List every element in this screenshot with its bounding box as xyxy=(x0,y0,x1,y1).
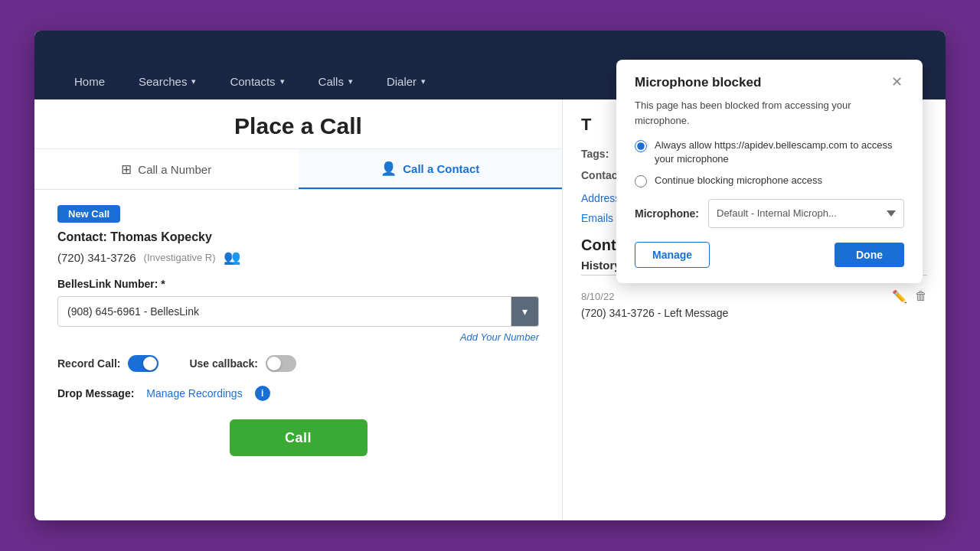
nav-item-calls[interactable]: Calls ▾ xyxy=(302,63,370,99)
info-icon[interactable]: i xyxy=(255,386,270,401)
belleslink-input[interactable] xyxy=(57,296,511,327)
tab-call-contact[interactable]: 👤 Call a Contact xyxy=(299,149,563,189)
emails-label: Emails xyxy=(581,212,613,224)
radio-option-allow: Always allow https://apidev.bellescamp.c… xyxy=(635,139,904,166)
record-call-toggle-item: Record Call: xyxy=(57,355,158,372)
add-number-link[interactable]: Add Your Number xyxy=(57,331,539,343)
history-date-row: 8/10/22 ✏️ 🗑 xyxy=(581,289,927,304)
record-call-toggle[interactable] xyxy=(128,355,158,372)
nav-home-label: Home xyxy=(74,75,105,88)
searches-chevron-icon: ▾ xyxy=(191,77,196,86)
nav-searches-label: Searches xyxy=(139,75,187,88)
tab-call-number-label: Call a Number xyxy=(138,163,211,176)
phone-row: (720) 341-3726 (Investigative R) 👥 xyxy=(57,249,539,266)
left-panel: Place a Call ⊞ Call a Number 👤 Call a Co… xyxy=(34,99,563,520)
new-call-badge: New Call xyxy=(57,205,120,223)
contact-name: Contact: Thomas Kopecky xyxy=(57,230,539,244)
mic-select[interactable]: Default - Internal Microph... xyxy=(708,199,904,228)
history-date: 8/10/22 xyxy=(581,291,614,302)
contact-name-value: Thomas Kopecky xyxy=(110,230,211,243)
mic-popup: Microphone blocked ✕ This page has been … xyxy=(616,60,923,283)
close-button[interactable]: ✕ xyxy=(890,75,904,89)
record-call-label: Record Call: xyxy=(57,357,120,370)
mic-select-label: Microphone: xyxy=(635,207,699,220)
drop-message-row: Drop Message: Manage Recordings i xyxy=(57,386,539,401)
keypad-icon: ⊞ xyxy=(121,161,132,178)
phone-tag: (Investigative R) xyxy=(144,252,216,263)
tab-call-number[interactable]: ⊞ Call a Number xyxy=(34,149,299,189)
tabs-row: ⊞ Call a Number 👤 Call a Contact xyxy=(34,149,562,190)
dialer-chevron-icon: ▾ xyxy=(421,77,426,86)
nav-contacts-label: Contacts xyxy=(230,75,275,88)
toggle-row: Record Call: Use callback: xyxy=(57,355,539,372)
select-row: ▾ xyxy=(57,296,539,327)
manage-button[interactable]: Manage xyxy=(635,242,710,268)
done-button[interactable]: Done xyxy=(835,243,904,267)
history-text: (720) 341-3726 - Left Message xyxy=(581,307,927,319)
radio-option-block: Continue blocking microphone access xyxy=(635,174,904,187)
calls-chevron-icon: ▾ xyxy=(348,77,353,86)
belleslink-dropdown-btn[interactable]: ▾ xyxy=(511,296,539,327)
mic-select-row: Microphone: Default - Internal Microph..… xyxy=(635,199,904,228)
use-callback-label: Use callback: xyxy=(189,357,258,370)
radio-allow-label: Always allow https://apidev.bellescamp.c… xyxy=(655,139,904,166)
nav-calls-label: Calls xyxy=(318,75,344,88)
delete-icon[interactable]: 🗑 xyxy=(915,289,927,304)
radio-block[interactable] xyxy=(635,175,647,187)
use-callback-knob xyxy=(267,357,281,370)
edit-icon[interactable]: ✏️ xyxy=(892,289,907,304)
contact-icon: 👤 xyxy=(381,161,397,177)
record-call-knob xyxy=(143,357,157,370)
radio-allow[interactable] xyxy=(635,140,647,152)
nav-dialer-label: Dialer xyxy=(387,75,416,88)
mic-popup-header: Microphone blocked ✕ xyxy=(635,75,904,90)
nav-item-contacts[interactable]: Contacts ▾ xyxy=(213,63,301,99)
app-window: Home Searches ▾ Contacts ▾ Calls ▾ Diale… xyxy=(34,31,946,520)
nav-item-home[interactable]: Home xyxy=(57,63,122,99)
nav-items: Home Searches ▾ Contacts ▾ Calls ▾ Diale… xyxy=(34,63,466,99)
mic-popup-title: Microphone blocked xyxy=(635,75,761,90)
contacts-chevron-icon: ▾ xyxy=(280,77,285,86)
page-title: Place a Call xyxy=(34,99,562,149)
nav-item-dialer[interactable]: Dialer ▾ xyxy=(370,63,443,99)
mic-popup-description: This page has been blocked from accessin… xyxy=(635,98,904,128)
phone-number: (720) 341-3726 xyxy=(57,251,136,264)
use-callback-toggle-item: Use callback: xyxy=(189,355,296,372)
tab-call-contact-label: Call a Contact xyxy=(403,162,479,175)
tags-label: Tags: xyxy=(581,148,609,160)
contact-label: Contact: xyxy=(57,230,107,243)
drop-message-label: Drop Message: xyxy=(57,387,134,399)
manage-recordings-link[interactable]: Manage Recordings xyxy=(146,387,242,399)
popup-actions: Manage Done xyxy=(635,242,904,268)
call-button[interactable]: Call xyxy=(230,419,368,456)
contacts-icon: 👥 xyxy=(224,249,240,266)
nav-item-searches[interactable]: Searches ▾ xyxy=(122,63,213,99)
radio-block-label: Continue blocking microphone access xyxy=(655,174,822,187)
belleslink-label: BellesLink Number: * xyxy=(57,278,539,290)
use-callback-toggle[interactable] xyxy=(266,355,296,372)
form-area: New Call Contact: Thomas Kopecky (720) 3… xyxy=(34,190,562,520)
history-entry: 8/10/22 ✏️ 🗑 (720) 341-3726 - Left Messa… xyxy=(581,283,927,325)
history-actions: ✏️ 🗑 xyxy=(892,289,927,304)
